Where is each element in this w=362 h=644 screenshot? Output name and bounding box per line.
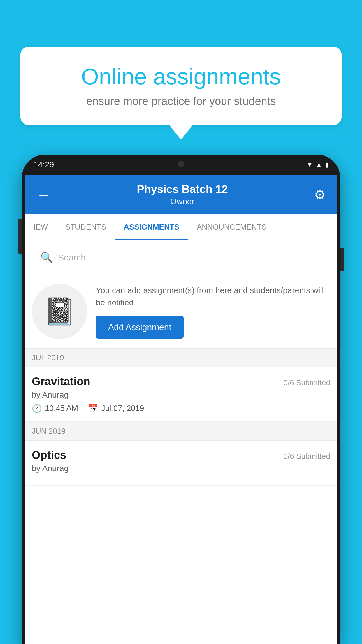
- assignment-date: 📅 Jul 07, 2019: [88, 404, 144, 413]
- assignment-name: Gravitation: [32, 375, 90, 388]
- settings-icon[interactable]: ⚙: [314, 187, 326, 202]
- assignment-item-gravitation[interactable]: Gravitation 0/6 Submitted by Anurag 🕐 10…: [25, 367, 337, 422]
- status-icons: ▼ ▲ ▮: [306, 161, 328, 169]
- wifi-icon: ▼: [306, 161, 313, 169]
- bubble-subtitle: ensure more practice for your students: [44, 95, 318, 108]
- tabs-bar: IEW STUDENTS ASSIGNMENTS ANNOUNCEMENTS: [25, 214, 337, 240]
- signal-icon: ▲: [316, 161, 322, 169]
- assignment-submitted: 0/6 Submitted: [284, 378, 330, 387]
- tab-students[interactable]: STUDENTS: [57, 214, 115, 240]
- status-time: 14:29: [34, 160, 54, 169]
- assignment-by-2: by Anurag: [32, 464, 330, 473]
- promo-banner: Online assignments ensure more practice …: [20, 47, 342, 140]
- assignment-time: 🕐 10:45 AM: [32, 404, 78, 413]
- assignment-name-2: Optics: [32, 449, 66, 461]
- promo-icon-circle: 📓: [32, 284, 87, 339]
- batch-title: Physics Batch 12: [137, 183, 228, 196]
- header-center: Physics Batch 12 Owner: [137, 183, 228, 206]
- assignment-date-value: Jul 07, 2019: [101, 404, 144, 413]
- promo-section: 📓 You can add assignment(s) from here an…: [25, 275, 337, 348]
- app-header: ← Physics Batch 12 Owner ⚙: [25, 175, 337, 214]
- speech-bubble-tail: [169, 125, 193, 140]
- search-container: 🔍 Search: [25, 240, 337, 275]
- phone-volume-button: [18, 219, 22, 254]
- app-screen: ← Physics Batch 12 Owner ⚙ IEW STUDENTS …: [25, 175, 337, 644]
- speech-bubble-card: Online assignments ensure more practice …: [20, 47, 342, 125]
- back-button[interactable]: ←: [36, 187, 50, 203]
- clock-icon: 🕐: [32, 404, 42, 413]
- bubble-title: Online assignments: [44, 64, 318, 89]
- assignment-meta: 🕐 10:45 AM 📅 Jul 07, 2019: [32, 404, 330, 413]
- section-header-jun: JUN 2019: [25, 422, 337, 441]
- assignment-row-top-2: Optics 0/6 Submitted: [32, 449, 330, 461]
- phone-power-button: [340, 248, 344, 271]
- tab-assignments[interactable]: ASSIGNMENTS: [115, 214, 188, 240]
- add-assignment-button[interactable]: Add Assignment: [96, 316, 184, 339]
- assignment-by: by Anurag: [32, 390, 330, 400]
- battery-icon: ▮: [325, 161, 328, 169]
- section-header-jul: JUL 2019: [25, 348, 337, 367]
- calendar-icon: 📅: [88, 404, 98, 413]
- phone-notch: [155, 155, 207, 171]
- promo-content: You can add assignment(s) from here and …: [96, 284, 330, 339]
- search-bar[interactable]: 🔍 Search: [32, 246, 330, 269]
- batch-role: Owner: [137, 197, 228, 206]
- search-placeholder: Search: [58, 253, 86, 262]
- tab-announcements[interactable]: ANNOUNCEMENTS: [188, 214, 275, 240]
- camera: [178, 161, 184, 167]
- assignment-time-value: 10:45 AM: [45, 404, 78, 413]
- assignment-item-optics[interactable]: Optics 0/6 Submitted by Anurag: [25, 441, 337, 486]
- phone-frame: 14:29 ▼ ▲ ▮ ← Physics Batch 12 Owner ⚙ I…: [22, 155, 340, 644]
- assignment-submitted-2: 0/6 Submitted: [284, 452, 330, 461]
- search-icon: 🔍: [40, 251, 53, 264]
- promo-description: You can add assignment(s) from here and …: [96, 284, 330, 309]
- notebook-icon: 📓: [43, 296, 76, 327]
- status-bar: 14:29 ▼ ▲ ▮: [22, 155, 340, 175]
- tab-overview[interactable]: IEW: [25, 214, 57, 240]
- assignment-row-top: Gravitation 0/6 Submitted: [32, 375, 330, 388]
